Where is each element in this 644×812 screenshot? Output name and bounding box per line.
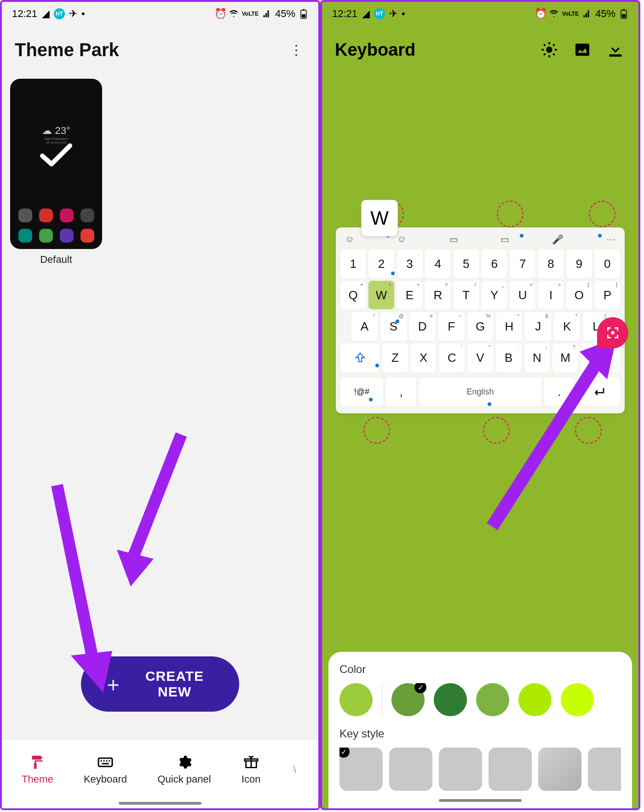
key-style-row: ✓ [339, 748, 621, 791]
key-o[interactable]: O[ [566, 281, 592, 309]
key-style-3[interactable] [489, 748, 532, 791]
checkmark-icon: ✓ [339, 748, 350, 758]
key-1[interactable]: 1 [340, 249, 366, 278]
key-style-4[interactable] [538, 748, 581, 791]
shift-key[interactable] [340, 343, 380, 372]
key-i[interactable]: I> [538, 281, 564, 309]
brightness-button[interactable] [539, 40, 559, 60]
tab-theme[interactable]: Theme [22, 754, 53, 785]
key-c[interactable]: C' [439, 343, 465, 372]
key-style-5[interactable] [588, 748, 621, 791]
nav-gesture-pill [119, 802, 201, 805]
key-0[interactable]: 0 [595, 249, 620, 278]
svg-line-17 [544, 44, 546, 46]
color-swatch-2[interactable] [434, 683, 467, 716]
color-swatch-3[interactable] [476, 683, 509, 716]
key-style-1[interactable] [389, 748, 432, 791]
color-handle[interactable] [363, 417, 390, 444]
more-menu-button[interactable]: ⋮ [287, 41, 305, 59]
tab-keyboard[interactable]: Keyboard [84, 754, 127, 785]
more-status-dot: • [402, 8, 405, 20]
svg-line-18 [553, 53, 555, 55]
gif-icon[interactable]: ▭ [449, 234, 458, 245]
page-title: Theme Park [15, 40, 119, 60]
emoji-icon[interactable]: ☺ [397, 234, 406, 245]
battery-percent: 45% [595, 8, 615, 20]
gift-icon [243, 754, 259, 771]
capture-fab[interactable] [597, 317, 628, 348]
background-image-button[interactable] [572, 40, 592, 60]
download-button[interactable] [605, 40, 626, 60]
tab-quick-panel[interactable]: Quick panel [157, 754, 211, 785]
ht-badge-icon: HT [374, 8, 385, 19]
key-q[interactable]: Q+ [340, 281, 366, 309]
svg-rect-3 [98, 758, 112, 766]
key-3[interactable]: 3. [397, 249, 422, 278]
key-w[interactable]: W× [368, 281, 394, 309]
key-t[interactable]: T/ [454, 281, 479, 309]
clipboard-icon[interactable]: ▭ [500, 234, 509, 245]
tab-icon[interactable]: Icon [242, 754, 261, 785]
key-s[interactable]: S@ [380, 312, 407, 341]
key-7[interactable]: 7 [510, 249, 535, 278]
checkmark-icon [40, 143, 72, 168]
theme-thumbnail-default[interactable]: ☁ 23° San Francisco 10:24 AM 8/16 [10, 79, 102, 249]
color-swatch-5[interactable] [561, 683, 594, 716]
key-x[interactable]: X [411, 343, 437, 372]
svg-line-20 [553, 44, 555, 46]
gear-icon [176, 754, 193, 771]
key-8[interactable]: 8 [538, 249, 564, 278]
theme-park-screen: 12:21 ◢ HT ✈ • ⏰ VoLTE 45% Theme Park ⋮ [0, 0, 320, 810]
keyboard-icon [97, 754, 114, 771]
key-a[interactable]: A! [351, 312, 378, 341]
color-swatch-0[interactable] [339, 683, 373, 716]
key-z[interactable]: Z [382, 343, 408, 372]
gallery-status-icon: ◢ [41, 9, 50, 18]
svg-rect-5 [104, 760, 105, 761]
signal-icon [262, 9, 271, 18]
key-y[interactable]: Y_ [482, 281, 507, 309]
color-handle[interactable] [589, 201, 615, 227]
svg-rect-1 [303, 9, 305, 11]
clock: 12:21 [12, 8, 37, 20]
svg-point-22 [611, 331, 615, 335]
key-p[interactable]: P] [595, 281, 620, 309]
key-d[interactable]: D# [409, 312, 436, 341]
key-style-2[interactable] [439, 748, 482, 791]
svg-rect-4 [101, 760, 102, 761]
key-5[interactable]: 5 [454, 249, 479, 278]
key-r[interactable]: R= [425, 281, 450, 309]
wifi-icon [229, 9, 238, 18]
color-picker-row: ✓ [339, 683, 621, 716]
more-status-dot: • [81, 8, 85, 20]
key-6[interactable]: 6 [482, 249, 507, 278]
key-2[interactable]: 2 [368, 249, 394, 278]
key-f[interactable]: F~ [438, 312, 465, 341]
keyboard-header: Keyboard [322, 26, 638, 64]
clock: 12:21 [332, 8, 357, 20]
color-handle[interactable] [497, 201, 523, 227]
svg-rect-6 [106, 760, 108, 761]
battery-icon [619, 9, 628, 18]
alarm-icon: ⏰ [216, 9, 225, 18]
color-swatch-1[interactable]: ✓ [391, 683, 425, 716]
svg-rect-2 [302, 14, 305, 17]
symbols-key[interactable]: !@# [340, 377, 383, 406]
key-4[interactable]: 4 [425, 249, 450, 278]
key-u[interactable]: U< [510, 281, 535, 309]
annotation-arrow-2 [43, 481, 126, 702]
paint-roller-icon [29, 754, 46, 771]
key-e[interactable]: E÷ [397, 281, 422, 309]
color-swatch-4[interactable] [518, 683, 552, 716]
comma-key[interactable]: , [386, 377, 416, 406]
style-panel: Color ✓ Key style ✓ [328, 652, 632, 808]
tab-overflow[interactable]: \ [291, 764, 299, 776]
wifi-icon [549, 9, 558, 18]
volte-label: VoLTE [242, 11, 259, 17]
gallery-status-icon: ◢ [361, 9, 370, 18]
key-style-0[interactable]: ✓ [339, 748, 383, 791]
sticker-icon[interactable]: ☺ [345, 234, 354, 245]
more-icon[interactable]: ⋯ [606, 234, 615, 245]
key-9[interactable]: 9 [566, 249, 592, 278]
mic-icon[interactable]: 🎤 [552, 234, 564, 245]
